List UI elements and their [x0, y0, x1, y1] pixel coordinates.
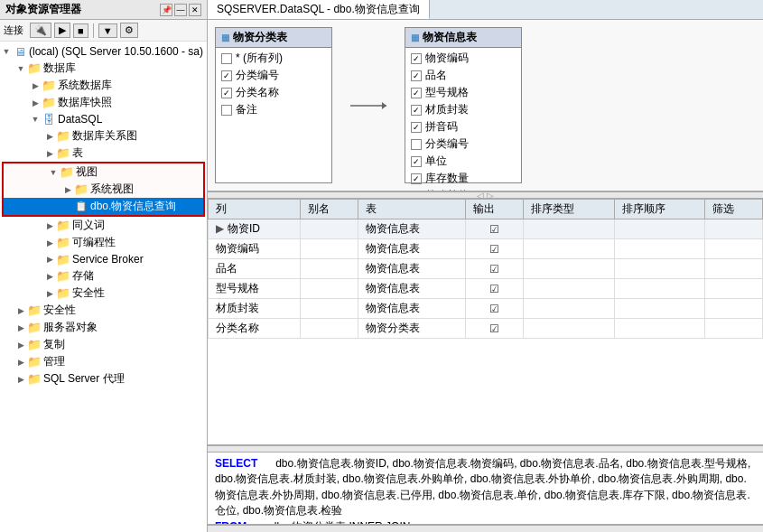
tree-item-service-broker[interactable]: ▶📁Service Broker	[0, 251, 207, 267]
tree-toggle-system-views[interactable]: ▶	[61, 183, 74, 196]
grid-filter-5[interactable]	[705, 319, 763, 339]
field-checkbox-1-4[interactable]	[411, 122, 422, 133]
field-checkbox-0-1[interactable]	[221, 70, 232, 81]
grid-filter-0[interactable]	[705, 219, 763, 239]
tree-toggle-datasql[interactable]: ▼	[29, 113, 42, 126]
tree-item-management[interactable]: ▶📁管理	[0, 353, 207, 370]
tree-item-tables[interactable]: ▶📁表	[0, 145, 207, 162]
tree-item-system-db[interactable]: ▶📁系统数据库	[0, 77, 207, 94]
field-checkbox-1-6[interactable]	[411, 156, 422, 167]
grid-row-2[interactable]: 品名物资信息表☑	[209, 259, 763, 279]
resize-handle-2[interactable]	[208, 445, 763, 453]
grid-output-4[interactable]: ☑	[466, 299, 524, 319]
pin-button[interactable]: 📌	[160, 4, 172, 16]
grid-alias-3[interactable]	[301, 279, 358, 299]
tree-item-synonyms[interactable]: ▶📁同义词	[0, 217, 207, 234]
field-checkbox-1-0[interactable]	[411, 53, 422, 64]
tree-item-programmability[interactable]: ▶📁可编程性	[0, 234, 207, 251]
tree-toggle-db-diagram[interactable]: ▶	[43, 130, 56, 143]
resize-handle-1[interactable]: ◁ ▷	[208, 191, 763, 199]
grid-filter-2[interactable]	[705, 259, 763, 279]
tree-item-server[interactable]: ▼🖥(local) (SQL Server 10.50.1600 - sa)	[0, 43, 207, 60]
tree-item-db-diagram[interactable]: ▶📁数据库关系图	[0, 127, 207, 145]
tree-toggle-views[interactable]: ▼	[47, 166, 60, 179]
field-row-1-6[interactable]: 单位	[405, 153, 521, 170]
field-row-1-7[interactable]: 库存数量	[405, 170, 521, 187]
field-row-0-2[interactable]: 分类名称	[216, 84, 331, 101]
tree-toggle-tables[interactable]: ▶	[43, 147, 56, 160]
grid-alias-5[interactable]	[301, 319, 358, 339]
minimize-button[interactable]: —	[174, 4, 187, 16]
field-checkbox-0-3[interactable]	[221, 105, 232, 116]
field-checkbox-0-2[interactable]	[221, 88, 232, 98]
field-checkbox-1-5[interactable]	[411, 139, 422, 150]
tree-item-server-objects[interactable]: ▶📁服务器对象	[0, 319, 207, 336]
field-row-1-3[interactable]: 材质封装	[405, 101, 521, 118]
grid-alias-1[interactable]	[301, 239, 358, 259]
field-checkbox-1-8[interactable]	[411, 191, 422, 192]
tree-toggle-databases[interactable]: ▼	[14, 62, 27, 75]
connect-button[interactable]: 🔌	[30, 23, 51, 38]
field-row-0-0[interactable]: * (所有列)	[216, 50, 331, 67]
field-row-1-4[interactable]: 拼音码	[405, 118, 521, 135]
grid-filter-1[interactable]	[705, 239, 763, 259]
tree-toggle-synonyms[interactable]: ▶	[43, 219, 56, 232]
tree-item-view-wuzicx[interactable]: 📋dbo.物资信息查询	[4, 198, 203, 215]
tree-toggle-system-db[interactable]: ▶	[29, 79, 42, 92]
grid-output-5[interactable]: ☑	[466, 319, 524, 339]
tree-item-security-db[interactable]: ▶📁安全性	[0, 285, 207, 302]
grid-row-5[interactable]: 分类名称物资分类表☑	[209, 319, 763, 339]
grid-alias-2[interactable]	[301, 259, 358, 279]
tree-toggle-view-wuzicx[interactable]	[61, 201, 74, 213]
field-row-1-8[interactable]: 外购单价	[405, 187, 521, 191]
stop-button[interactable]: ■	[73, 23, 88, 38]
grid-alias-4[interactable]	[301, 299, 358, 319]
grid-row-1[interactable]: 物资编码物资信息表☑	[209, 239, 763, 259]
field-checkbox-1-2[interactable]	[411, 88, 422, 98]
grid-row-0[interactable]: ▶物资ID物资信息表☑	[209, 219, 763, 239]
filter-button[interactable]: ▼	[98, 23, 117, 38]
field-checkbox-0-0[interactable]	[221, 53, 232, 64]
tree-toggle-programmability[interactable]: ▶	[43, 237, 56, 249]
tree-item-replication[interactable]: ▶📁复制	[0, 336, 207, 353]
tree-item-sql-agent[interactable]: ▶📁SQL Server 代理	[0, 370, 207, 387]
tree-toggle-security[interactable]: ▶	[14, 304, 27, 317]
tree-toggle-replication[interactable]: ▶	[14, 339, 27, 351]
field-checkbox-1-1[interactable]	[411, 70, 422, 81]
grid-output-1[interactable]: ☑	[466, 239, 524, 259]
tree-item-databases[interactable]: ▼📁数据库	[0, 60, 207, 77]
tree-toggle-sql-agent[interactable]: ▶	[14, 373, 27, 386]
field-row-0-3[interactable]: 备注	[216, 101, 331, 118]
bottom-scrollbar[interactable]	[208, 525, 763, 532]
grid-output-3[interactable]: ☑	[466, 279, 524, 299]
grid-alias-0[interactable]	[301, 219, 358, 239]
sql-area[interactable]: SELECT dbo.物资信息表.物资ID, dbo.物资信息表.物资编码, d…	[208, 453, 763, 525]
grid-row-3[interactable]: 型号规格物资信息表☑	[209, 279, 763, 299]
settings-button[interactable]: ⚙	[120, 23, 138, 38]
tree-item-system-views[interactable]: ▶📁系统视图	[4, 181, 203, 198]
field-row-1-2[interactable]: 型号规格	[405, 84, 521, 101]
field-row-0-1[interactable]: 分类编号	[216, 67, 331, 84]
tree-item-views[interactable]: ▼📁视图	[4, 163, 203, 181]
field-checkbox-1-3[interactable]	[411, 105, 422, 116]
grid-filter-4[interactable]	[705, 299, 763, 319]
close-button[interactable]: ✕	[189, 4, 201, 16]
tree-toggle-server[interactable]: ▼	[0, 45, 13, 58]
tree-item-storage[interactable]: ▶📁存储	[0, 267, 207, 285]
tree-toggle-server-objects[interactable]: ▶	[14, 322, 27, 334]
tree-item-datasql[interactable]: ▼🗄DataSQL	[0, 111, 207, 127]
grid-output-2[interactable]: ☑	[466, 259, 524, 279]
tree-toggle-security-db[interactable]: ▶	[43, 287, 56, 300]
tree-toggle-service-broker[interactable]: ▶	[43, 253, 56, 266]
grid-output-0[interactable]: ☑	[466, 219, 524, 239]
grid-filter-3[interactable]	[705, 279, 763, 299]
grid-row-4[interactable]: 材质封装物资信息表☑	[209, 299, 763, 319]
refresh-button[interactable]: ▶	[54, 23, 70, 38]
tree-toggle-storage[interactable]: ▶	[43, 270, 56, 283]
tree-item-security[interactable]: ▶📁安全性	[0, 302, 207, 319]
field-checkbox-1-7[interactable]	[411, 173, 422, 184]
active-tab[interactable]: SQSERVER.DataSQL - dbo.物资信息查询	[208, 0, 430, 19]
tree-toggle-db-snapshot[interactable]: ▶	[29, 97, 42, 109]
tree-toggle-management[interactable]: ▶	[14, 356, 27, 369]
tree-item-db-snapshot[interactable]: ▶📁数据库快照	[0, 94, 207, 111]
